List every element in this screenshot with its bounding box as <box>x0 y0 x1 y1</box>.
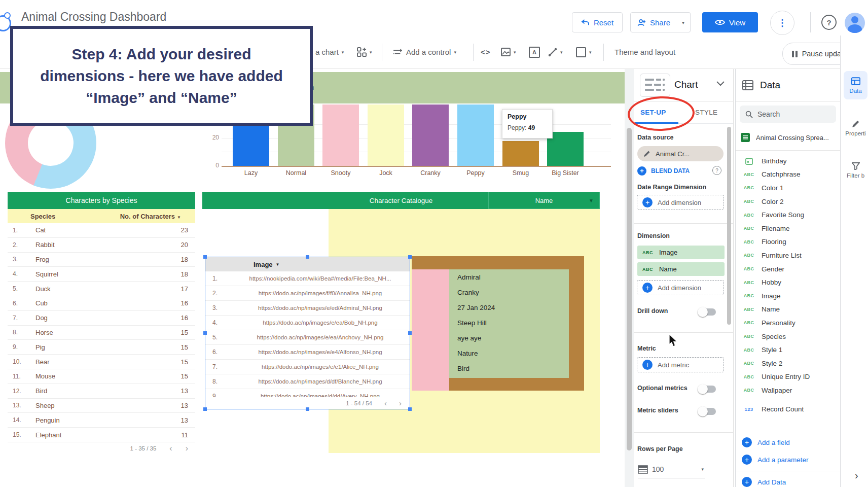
canvas-scrollbar-thumb[interactable] <box>627 128 632 450</box>
add-data-button[interactable]: + Add Data <box>742 477 786 487</box>
catalogue-header[interactable]: Character Catalogue Name ▼ <box>202 192 600 209</box>
panel-scrollbar-thumb[interactable] <box>727 127 731 325</box>
resize-handle[interactable] <box>203 407 207 411</box>
table-row: 4.Squirrel18 <box>8 267 195 282</box>
field-item-color-1[interactable]: ABCColor 1 <box>736 181 840 195</box>
field-item-unique-entry-id[interactable]: ABCUnique Entry ID <box>736 370 840 384</box>
optional-metrics-toggle[interactable] <box>699 386 716 393</box>
field-item-name[interactable]: ABCName <box>736 303 840 317</box>
field-item-favorite-song[interactable]: ABCFavorite Song <box>736 208 840 222</box>
field-item-hobby[interactable]: ABCHobby <box>736 275 840 289</box>
field-item-filename[interactable]: ABCFilename <box>736 222 840 235</box>
name-dropdown-control[interactable]: Name ▼ <box>488 192 600 209</box>
chevron-down-icon: ▾ <box>701 467 704 472</box>
drill-down-toggle[interactable] <box>699 308 716 316</box>
looker-logo-icon <box>4 12 11 19</box>
add-a-field-button[interactable]: + Add a field <box>742 437 790 447</box>
resize-handle[interactable] <box>408 407 412 411</box>
share-dropdown-arrow[interactable]: ▾ <box>676 12 691 32</box>
dimension-chip-name[interactable]: ABC Name <box>637 262 725 276</box>
field-item-flooring[interactable]: ABCFlooring <box>736 235 840 249</box>
tab-style[interactable]: STYLE <box>695 109 717 116</box>
col-count[interactable]: No. of Characters▼ <box>120 213 195 220</box>
resize-handle[interactable] <box>306 255 309 259</box>
resize-handle[interactable] <box>306 407 309 411</box>
insert-image-button[interactable]: ▾ <box>501 36 516 68</box>
share-button[interactable]: Share <box>630 12 677 32</box>
resize-handle[interactable] <box>408 255 412 259</box>
rows-per-page-value: 100 <box>652 465 697 473</box>
tab-setup[interactable]: SET-UP <box>640 109 666 116</box>
chevron-down-icon[interactable] <box>716 81 725 86</box>
field-item-catchphrase[interactable]: ABCCatchphrase <box>736 168 840 182</box>
view-button[interactable]: View <box>702 12 758 32</box>
reset-button[interactable]: Reset <box>572 12 623 32</box>
table-row: 9.https://dodo.ac/np/images/d/dd/Avery_N… <box>205 389 410 397</box>
shape-tool-button[interactable]: ▾ <box>576 36 592 68</box>
field-item-wallpaper[interactable]: ABCWallpaper <box>736 384 840 397</box>
community-viz-button[interactable]: ▾ <box>357 36 372 68</box>
more-options-button[interactable]: ⋮ <box>770 11 794 35</box>
metric-sliders-toggle[interactable] <box>699 408 716 415</box>
help-button[interactable]: ? <box>821 15 837 30</box>
text-box-button[interactable]: A <box>529 36 540 68</box>
field-item-image[interactable]: ABCImage <box>736 289 840 303</box>
field-item-color-2[interactable]: ABCColor 2 <box>736 195 840 208</box>
col-species[interactable]: Species <box>8 213 120 220</box>
field-item-birthday[interactable]: Birthday <box>736 154 840 168</box>
rail-data-button[interactable]: Data <box>844 71 867 99</box>
add-date-range-dimension-button[interactable]: + Add dimension <box>637 195 724 210</box>
dimension-label: Dimension <box>637 232 670 239</box>
rail-filter-bar-button[interactable]: Filter b <box>844 156 867 185</box>
prev-page-icon[interactable]: ‹ <box>169 444 172 453</box>
table-chart-icon[interactable] <box>640 74 670 97</box>
field-item-species[interactable]: ABCSpecies <box>736 330 840 343</box>
add-chart-button[interactable]: a chart▾ <box>315 36 344 68</box>
collapse-panel-chevron-icon[interactable]: › <box>855 470 858 481</box>
add-a-parameter-button[interactable]: + Add a parameter <box>742 455 809 465</box>
resize-handle[interactable] <box>203 255 207 259</box>
species-name: Pig <box>30 343 181 351</box>
species-table[interactable]: Characters by Species Species No. of Cha… <box>8 192 195 455</box>
bar-snooty[interactable] <box>322 105 359 166</box>
bar-cranky[interactable] <box>412 105 449 166</box>
divider <box>634 432 733 433</box>
next-page-icon[interactable]: › <box>186 444 188 453</box>
line-tool-button[interactable]: ▾ <box>548 36 563 68</box>
add-control-button[interactable]: Add a control▾ <box>393 36 456 68</box>
field-item-style-2[interactable]: ABCStyle 2 <box>736 357 840 370</box>
avatar[interactable] <box>845 13 865 33</box>
field-item-personality[interactable]: ABCPersonality <box>736 316 840 330</box>
dimension-chip-image[interactable]: ABC Image <box>637 246 725 259</box>
field-item-gender[interactable]: ABCGender <box>736 262 840 276</box>
image-table[interactable]: Image ▼ 1.https://nookipedia.com/wiki/Be… <box>205 257 410 409</box>
rows-per-page-select[interactable]: 100 ▾ <box>638 461 705 478</box>
embed-button[interactable]: <> <box>481 36 491 68</box>
prev-page-icon[interactable]: ‹ <box>384 399 387 407</box>
report-title[interactable]: Animal Crossing Dashboard <box>21 10 166 24</box>
help-circle-icon[interactable]: ? <box>712 166 721 175</box>
text-abc-icon: ABC <box>742 280 756 285</box>
annotation-line: dimensions - here we have added <box>40 65 282 87</box>
field-item-style-1[interactable]: ABCStyle 1 <box>736 343 840 357</box>
bar-smug[interactable] <box>502 141 539 166</box>
resize-handle[interactable] <box>203 331 207 335</box>
bar-peppy[interactable] <box>457 105 494 166</box>
table-row: 6.https://dodo.ac/np/images/e/e4/Alfonso… <box>205 345 410 360</box>
search-input[interactable]: Search <box>740 106 836 123</box>
image-table-header[interactable]: Image ▼ <box>205 257 410 271</box>
blend-data-button[interactable]: + BLEND DATA <box>637 166 690 176</box>
bar-jock[interactable] <box>368 105 404 166</box>
add-dimension-button[interactable]: + Add dimension <box>637 280 724 295</box>
calendar-icon <box>742 157 756 165</box>
field-item-record-count[interactable]: 123Record Count <box>736 403 840 416</box>
field-item-furniture-list[interactable]: ABCFurniture List <box>736 249 840 262</box>
theme-and-layout-button[interactable]: Theme and layout <box>614 36 675 68</box>
resize-handle[interactable] <box>408 331 412 335</box>
rail-properties-button[interactable]: Properti <box>844 114 867 142</box>
next-page-icon[interactable]: › <box>399 399 402 407</box>
chevron-down-icon: ▼ <box>589 198 594 203</box>
add-metric-button[interactable]: + Add metric <box>637 357 724 372</box>
data-source-chip[interactable]: Animal Cr... <box>637 146 724 161</box>
data-source-item[interactable]: Animal Crossing Sprea... <box>741 133 837 142</box>
